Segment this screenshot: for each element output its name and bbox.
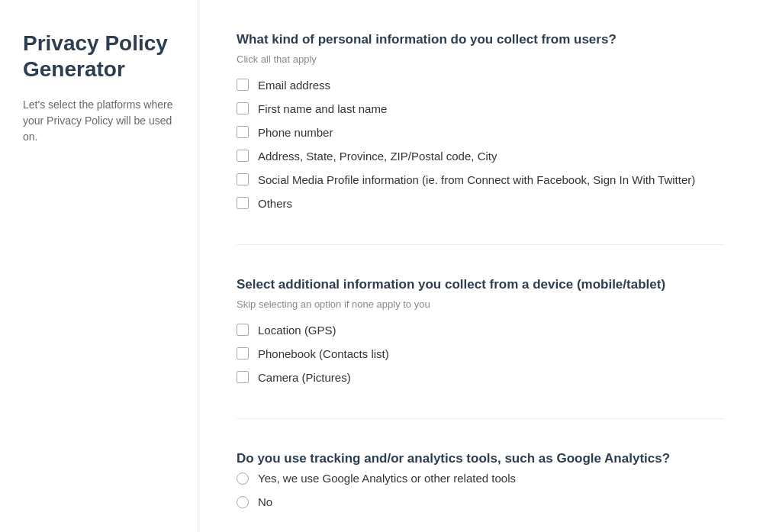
- checkbox-others[interactable]: [237, 197, 249, 209]
- option-label-camera: Camera (Pictures): [258, 371, 351, 384]
- option-item-no-analytics[interactable]: No: [237, 495, 725, 508]
- main-content: What kind of personal information do you…: [198, 0, 763, 532]
- option-label-name: First name and last name: [258, 102, 387, 115]
- radio-no-analytics[interactable]: [237, 496, 249, 508]
- option-item-social[interactable]: Social Media Profile information (ie. fr…: [237, 173, 725, 186]
- section-title-personal-info: What kind of personal information do you…: [237, 31, 725, 49]
- app-title: Privacy Policy Generator: [23, 31, 175, 82]
- section-subtitle-device-info: Skip selecting an option if none apply t…: [237, 298, 725, 310]
- divider-1: [237, 418, 725, 419]
- checkbox-camera[interactable]: [237, 371, 249, 383]
- checkbox-social[interactable]: [237, 173, 249, 185]
- page-container: Privacy Policy Generator Let's select th…: [0, 0, 763, 532]
- section-personal-info: What kind of personal information do you…: [237, 31, 725, 210]
- option-label-phonebook: Phonebook (Contacts list): [258, 347, 389, 360]
- option-group-analytics: Yes, we use Google Analytics or other re…: [237, 472, 725, 508]
- section-subtitle-personal-info: Click all that apply: [237, 53, 725, 65]
- option-label-location: Location (GPS): [258, 324, 336, 337]
- checkbox-address[interactable]: [237, 150, 249, 162]
- sidebar: Privacy Policy Generator Let's select th…: [0, 0, 198, 532]
- option-item-phonebook[interactable]: Phonebook (Contacts list): [237, 347, 725, 360]
- option-group-device-info: Location (GPS)Phonebook (Contacts list)C…: [237, 324, 725, 384]
- option-label-phone: Phone number: [258, 126, 333, 139]
- option-item-yes-analytics[interactable]: Yes, we use Google Analytics or other re…: [237, 472, 725, 485]
- section-title-analytics: Do you use tracking and/or analytics too…: [237, 450, 725, 468]
- radio-yes-analytics[interactable]: [237, 472, 249, 485]
- option-label-social: Social Media Profile information (ie. fr…: [258, 173, 695, 186]
- checkbox-email[interactable]: [237, 79, 249, 91]
- option-label-no-analytics: No: [258, 495, 272, 508]
- option-label-address: Address, State, Province, ZIP/Postal cod…: [258, 150, 497, 163]
- section-title-device-info: Select additional information you collec…: [237, 276, 725, 294]
- option-item-email[interactable]: Email address: [237, 79, 725, 92]
- option-item-phone[interactable]: Phone number: [237, 126, 725, 139]
- checkbox-name[interactable]: [237, 102, 249, 114]
- option-item-others[interactable]: Others: [237, 197, 725, 210]
- option-item-camera[interactable]: Camera (Pictures): [237, 371, 725, 384]
- sidebar-subtitle: Let's select the platforms where your Pr…: [23, 97, 175, 145]
- option-label-email: Email address: [258, 79, 330, 92]
- option-group-personal-info: Email addressFirst name and last namePho…: [237, 79, 725, 210]
- option-item-location[interactable]: Location (GPS): [237, 324, 725, 337]
- divider-0: [237, 244, 725, 245]
- checkbox-phonebook[interactable]: [237, 347, 249, 360]
- checkbox-phone[interactable]: [237, 126, 249, 138]
- option-item-name[interactable]: First name and last name: [237, 102, 725, 115]
- option-label-others: Others: [258, 197, 292, 210]
- option-item-address[interactable]: Address, State, Province, ZIP/Postal cod…: [237, 150, 725, 163]
- checkbox-location[interactable]: [237, 324, 249, 336]
- section-device-info: Select additional information you collec…: [237, 276, 725, 384]
- option-label-yes-analytics: Yes, we use Google Analytics or other re…: [258, 472, 516, 485]
- section-analytics: Do you use tracking and/or analytics too…: [237, 450, 725, 509]
